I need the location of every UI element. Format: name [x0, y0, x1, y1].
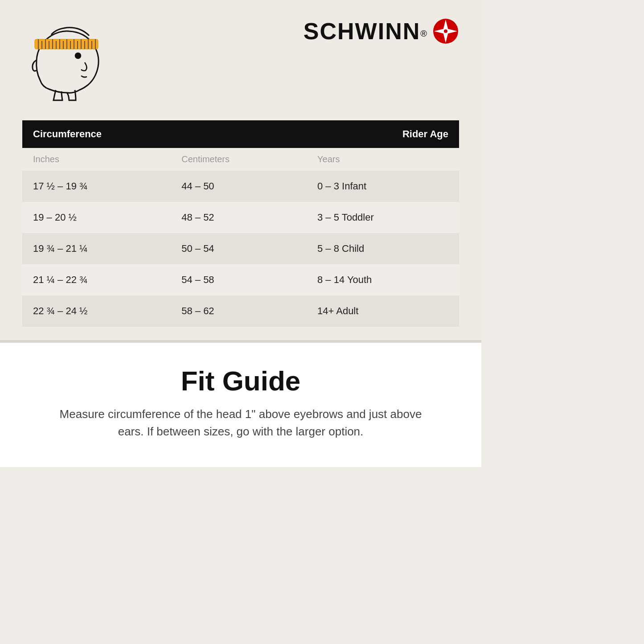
fit-guide-description: Measure circumference of the head 1" abo…: [58, 406, 423, 440]
schwinn-logo: SCHWINN®: [304, 18, 459, 45]
schwinn-brand-name: SCHWINN®: [304, 18, 427, 45]
head-illustration: [22, 18, 111, 107]
cm-cell: 44 – 50: [171, 171, 307, 202]
table-row: 17 ½ – 19 ¾ 44 – 50 0 – 3 Infant: [22, 171, 459, 202]
inches-cell: 19 ¾ – 21 ¼: [22, 233, 171, 264]
schwinn-text: SCHWINN: [304, 18, 420, 44]
fit-guide-title: Fit Guide: [27, 365, 455, 397]
table-row: 22 ¾ – 24 ½ 58 – 62 14+ Adult: [22, 295, 459, 327]
cm-cell: 54 – 58: [171, 264, 307, 295]
age-cell: 14+ Adult: [307, 295, 459, 327]
svg-point-0: [75, 53, 81, 58]
inches-cell: 19 – 20 ½: [22, 202, 171, 233]
cm-cell: 50 – 54: [171, 233, 307, 264]
table-subheader-row: Inches Centimeters Years: [22, 148, 459, 171]
inches-subheader: Inches: [22, 148, 171, 171]
rider-age-header: Rider Age: [307, 120, 459, 148]
svg-point-24: [444, 29, 447, 33]
years-subheader: Years: [307, 148, 459, 171]
table-row: 19 – 20 ½ 48 – 52 3 – 5 Toddler: [22, 202, 459, 233]
header-row: SCHWINN®: [22, 18, 459, 107]
age-cell: 0 – 3 Infant: [307, 171, 459, 202]
inches-cell: 21 ¼ – 22 ¾: [22, 264, 171, 295]
registered-mark: ®: [420, 29, 427, 38]
age-cell: 8 – 14 Youth: [307, 264, 459, 295]
circumference-header: Circumference: [22, 120, 307, 148]
cm-cell: 58 – 62: [171, 295, 307, 327]
size-table: Circumference Rider Age Inches Centimete…: [22, 120, 459, 327]
table-row: 21 ¼ – 22 ¾ 54 – 58 8 – 14 Youth: [22, 264, 459, 295]
table-row: 19 ¾ – 21 ¼ 50 – 54 5 – 8 Child: [22, 233, 459, 264]
age-cell: 3 – 5 Toddler: [307, 202, 459, 233]
top-section: SCHWINN® Circumference Rider Age Inches: [0, 0, 481, 340]
inches-cell: 17 ½ – 19 ¾: [22, 171, 171, 202]
inches-cell: 22 ¾ – 24 ½: [22, 295, 171, 327]
compass-icon: [432, 18, 459, 45]
cm-cell: 48 – 52: [171, 202, 307, 233]
age-cell: 5 – 8 Child: [307, 233, 459, 264]
table-header-row: Circumference Rider Age: [22, 120, 459, 148]
bottom-section: Fit Guide Measure circumference of the h…: [0, 343, 481, 467]
centimeters-subheader: Centimeters: [171, 148, 307, 171]
